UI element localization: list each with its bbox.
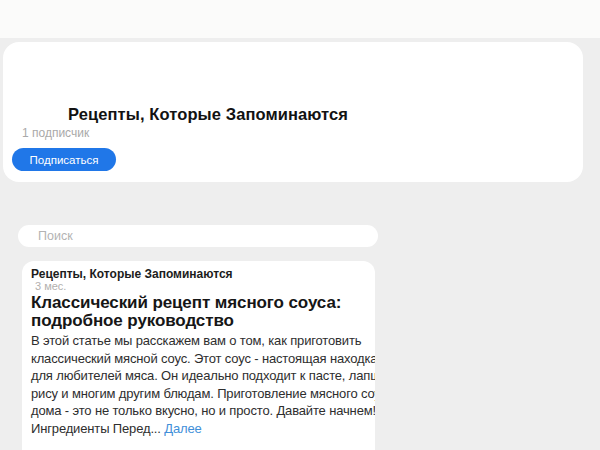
post-body-lines: В этой статье мы расскажем вам о том, ка… bbox=[31, 332, 375, 420]
post-body: В этой статье мы расскажем вам о том, ка… bbox=[31, 332, 375, 438]
text-line: дома - это не только вкусно, но и просто… bbox=[31, 402, 375, 420]
post-body-last-line: Ингредиенты Перед... Далее bbox=[31, 420, 375, 438]
text-line: рису и многим другим блюдам. Приготовлен… bbox=[31, 385, 375, 403]
search-input[interactable] bbox=[18, 225, 378, 247]
subscriber-count: 1 подписчик bbox=[22, 126, 89, 140]
subscribe-button[interactable]: Подписаться bbox=[12, 148, 116, 171]
channel-title: Рецепты, Которые Запоминаются bbox=[68, 105, 348, 124]
text-line: для любителей мяса. Он идеально подходит… bbox=[31, 367, 375, 385]
text-line: В этой статье мы расскажем вам о том, ка… bbox=[31, 332, 375, 350]
text-line: подробное руководство bbox=[31, 312, 341, 330]
text-line: Классический рецепт мясного соуса: bbox=[31, 294, 341, 312]
post-body-last-text: Ингредиенты Перед... bbox=[31, 421, 164, 436]
site-topbar bbox=[0, 0, 600, 38]
post-channel-name[interactable]: Рецепты, Которые Запоминаются bbox=[31, 267, 233, 281]
post-age: 3 мес. bbox=[35, 280, 66, 292]
text-line: классический мясной соус. Этот соус - на… bbox=[31, 350, 375, 368]
post-card[interactable]: Рецепты, Которые Запоминаются 3 мес. Кла… bbox=[22, 261, 375, 450]
channel-header-card: Рецепты, Которые Запоминаются 1 подписчи… bbox=[3, 42, 583, 182]
read-more-link[interactable]: Далее bbox=[164, 421, 201, 436]
post-title[interactable]: Классический рецепт мясного соуса:подроб… bbox=[31, 294, 341, 330]
